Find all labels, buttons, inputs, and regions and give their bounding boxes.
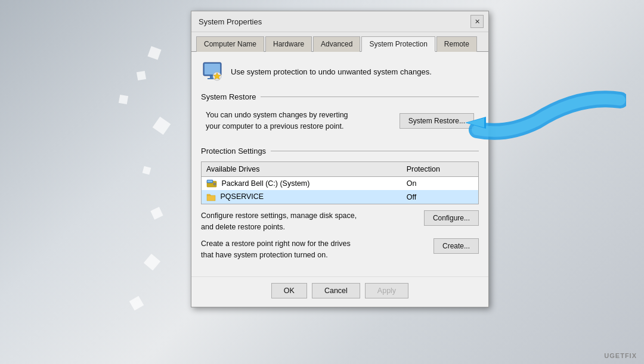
title-bar-controls: ✕ <box>470 15 484 28</box>
info-description: Use system protection to undo unwanted s… <box>231 67 432 76</box>
watermark: UGETFIX <box>604 352 637 359</box>
system-protection-icon <box>201 60 224 83</box>
table-row[interactable]: PQSERVICE Off <box>202 190 479 204</box>
cancel-button[interactable]: Cancel <box>312 283 360 298</box>
dialog-title: System Properties <box>199 17 262 26</box>
info-row: Use system protection to undo unwanted s… <box>201 60 479 83</box>
dialog-footer: OK Cancel Apply <box>191 276 488 307</box>
configure-button[interactable]: Configure... <box>424 210 479 226</box>
system-restore-button[interactable]: System Restore... <box>400 113 474 129</box>
svg-rect-11 <box>208 181 212 182</box>
create-description: Create a restore point right now for the… <box>201 238 362 261</box>
restore-content: You can undo system changes by reverting… <box>201 107 479 137</box>
tab-computer-name[interactable]: Computer Name <box>196 36 264 52</box>
tab-hardware[interactable]: Hardware <box>265 36 312 52</box>
drive-name-2: PQSERVICE <box>202 190 402 204</box>
title-bar: System Properties ✕ <box>191 11 488 32</box>
drive-protection-2: Off <box>402 190 479 204</box>
tab-bar: Computer Name Hardware Advanced System P… <box>191 32 488 52</box>
protection-settings-header: Protection Settings <box>201 147 479 155</box>
drive-protection-1: On <box>402 176 479 190</box>
apply-button[interactable]: Apply <box>365 283 408 298</box>
table-header: Available Drives Protection <box>202 161 479 176</box>
protection-settings-section: Protection Settings Available Drives Pro… <box>201 147 479 261</box>
ok-button[interactable]: OK <box>271 283 307 298</box>
configure-description: Configure restore settings, manage disk … <box>201 210 362 233</box>
col-available-drives: Available Drives <box>202 161 402 176</box>
create-row: Create a restore point right now for the… <box>201 238 479 261</box>
restore-description: You can undo system changes by reverting… <box>206 110 349 132</box>
drive-folder-icon <box>206 193 216 201</box>
svg-point-12 <box>213 183 216 185</box>
tab-advanced[interactable]: Advanced <box>313 36 360 52</box>
protection-settings-label: Protection Settings <box>201 147 266 155</box>
table-row[interactable]: Packard Bell (C:) (System) On <box>202 176 479 190</box>
drives-table: Available Drives Protection <box>201 161 479 204</box>
section-divider-2 <box>271 151 479 151</box>
drive-system-icon <box>206 179 217 188</box>
system-restore-section: System Restore You can undo system chang… <box>201 92 479 137</box>
configure-row: Configure restore settings, manage disk … <box>201 210 479 233</box>
tab-system-protection[interactable]: System Protection <box>361 36 435 52</box>
dialog-content: Use system protection to undo unwanted s… <box>191 52 488 276</box>
tab-remote[interactable]: Remote <box>436 36 477 52</box>
table-body: Packard Bell (C:) (System) On PQSERVICE <box>202 176 479 204</box>
system-restore-label: System Restore <box>201 92 256 101</box>
drive-name-1: Packard Bell (C:) (System) <box>202 176 402 190</box>
close-button[interactable]: ✕ <box>470 15 484 28</box>
section-divider <box>261 97 479 97</box>
system-properties-dialog: System Properties ✕ Computer Name Hardwa… <box>191 11 489 307</box>
create-button[interactable]: Create... <box>434 238 479 254</box>
system-restore-header: System Restore <box>201 92 479 101</box>
col-protection: Protection <box>402 161 479 176</box>
